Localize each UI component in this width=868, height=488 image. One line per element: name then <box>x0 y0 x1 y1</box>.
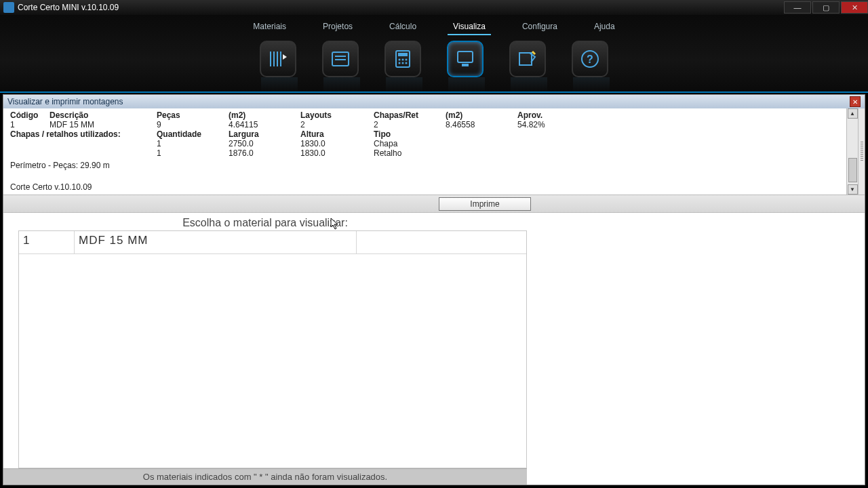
panel-resize-grip[interactable] <box>858 108 865 195</box>
hdr-layouts: Layouts <box>300 110 374 120</box>
material-id: 1 <box>19 231 75 253</box>
summary-scrollbar[interactable]: ▲ ▼ <box>846 108 858 195</box>
menu-visualiza[interactable]: Visualiza <box>448 19 491 35</box>
svg-rect-13 <box>519 53 532 65</box>
hdr-chapas-ret: Chapas/Ret <box>374 110 446 120</box>
projetos-icon[interactable] <box>322 41 359 77</box>
subwindow-title: Visualizar e imprimir montagens <box>7 97 123 106</box>
visualiza-icon[interactable] <box>447 41 484 77</box>
materiais-icon[interactable] <box>260 41 296 77</box>
hdr-m2: (m2) <box>229 110 300 120</box>
val-larg-1: 1876.0 <box>229 148 300 158</box>
hdr-m2b: (m2) <box>446 110 517 120</box>
hdr-altura: Altura <box>300 129 374 139</box>
val-tipo-1: Retalho <box>374 148 446 158</box>
window-title: Corte Certo MINI v.10.10.09 <box>18 3 783 12</box>
hdr-tipo: Tipo <box>374 129 446 139</box>
app-version-label: Corte Certo v.10.10.09 <box>10 182 840 192</box>
hdr-codigo: Código <box>10 110 50 120</box>
maximize-button[interactable]: ▢ <box>812 1 840 14</box>
menu-projetos[interactable]: Projetos <box>317 19 358 35</box>
hdr-pecas: Peças <box>157 110 229 120</box>
perimetro-label: Perímetro - Peças: 29.90 m <box>10 161 840 170</box>
svg-point-10 <box>406 62 408 64</box>
material-row[interactable]: 1 MDF 15 MM <box>19 231 526 254</box>
val-codigo: 1 <box>10 120 50 129</box>
menu-materiais[interactable]: Materiais <box>248 19 292 35</box>
val-chapas-ret: 2 <box>374 120 446 129</box>
menu-configura[interactable]: Configura <box>517 19 563 35</box>
material-footer-note: Os materiais indicados com " * " ainda n… <box>3 468 527 485</box>
svg-text:?: ? <box>587 54 593 65</box>
svg-rect-12 <box>462 64 469 66</box>
menu-calculo[interactable]: Cálculo <box>384 19 422 35</box>
val-layouts: 2 <box>300 120 374 129</box>
close-button[interactable]: ✕ <box>841 1 868 14</box>
svg-point-9 <box>402 62 404 64</box>
hdr-largura: Largura <box>229 129 300 139</box>
val-qtd-0: 1 <box>157 139 229 148</box>
scroll-thumb[interactable] <box>848 158 857 182</box>
val-m2b: 8.46558 <box>446 120 517 129</box>
svg-point-6 <box>402 59 404 61</box>
val-qtd-1: 1 <box>157 148 229 158</box>
calculo-icon[interactable] <box>384 41 421 77</box>
subwindow-titlebar: Visualizar e imprimir montagens ✕ <box>3 95 865 108</box>
material-table: 1 MDF 15 MM <box>18 230 527 468</box>
val-alt-1: 1830.0 <box>300 148 374 158</box>
val-larg-0: 2750.0 <box>229 139 300 148</box>
scroll-down-button[interactable]: ▼ <box>848 184 858 195</box>
val-tipo-0: Chapa <box>374 139 446 148</box>
svg-point-8 <box>399 62 401 64</box>
svg-rect-4 <box>398 53 408 56</box>
ajuda-icon[interactable]: ? <box>572 41 608 77</box>
configura-icon[interactable] <box>509 41 546 77</box>
hdr-aprov: Aprov. <box>517 110 578 120</box>
material-picker-title: Escolha o material para visualizar: <box>3 213 527 230</box>
window-titlebar: Corte Certo MINI v.10.10.09 — ▢ ✕ <box>0 0 868 15</box>
hdr-quantidade: Quantidade <box>157 129 229 139</box>
svg-point-7 <box>406 59 408 61</box>
svg-rect-11 <box>458 52 473 62</box>
svg-point-5 <box>399 59 401 61</box>
print-button[interactable]: Imprime <box>439 197 531 211</box>
material-name: MDF 15 MM <box>75 231 357 253</box>
print-toolbar: Imprime <box>3 195 865 213</box>
hdr-descricao: Descrição <box>50 110 157 120</box>
val-alt-0: 1830.0 <box>300 139 374 148</box>
minimize-button[interactable]: — <box>784 1 811 14</box>
material-area: Escolha o material para visualizar: 1 MD… <box>3 213 865 485</box>
val-aprov: 54.82% <box>517 120 578 129</box>
summary-panel: Código Descrição Peças (m2) Layouts Chap… <box>3 108 865 195</box>
menu-ajuda[interactable]: Ajuda <box>589 19 620 35</box>
val-descricao: MDF 15 MM <box>50 120 157 129</box>
app-icon <box>3 2 14 13</box>
scroll-up-button[interactable]: ▲ <box>848 108 858 119</box>
main-toolbar: Materiais Projetos Cálculo Visualiza Con… <box>0 15 868 93</box>
val-m2: 4.64115 <box>229 120 300 129</box>
subwindow-close-button[interactable]: ✕ <box>850 96 861 107</box>
visualize-subwindow: Visualizar e imprimir montagens ✕ Código… <box>3 94 865 485</box>
hdr-chapas-utilizados: Chapas / retalhos utilizados: <box>10 129 157 139</box>
val-pecas: 9 <box>157 120 229 129</box>
